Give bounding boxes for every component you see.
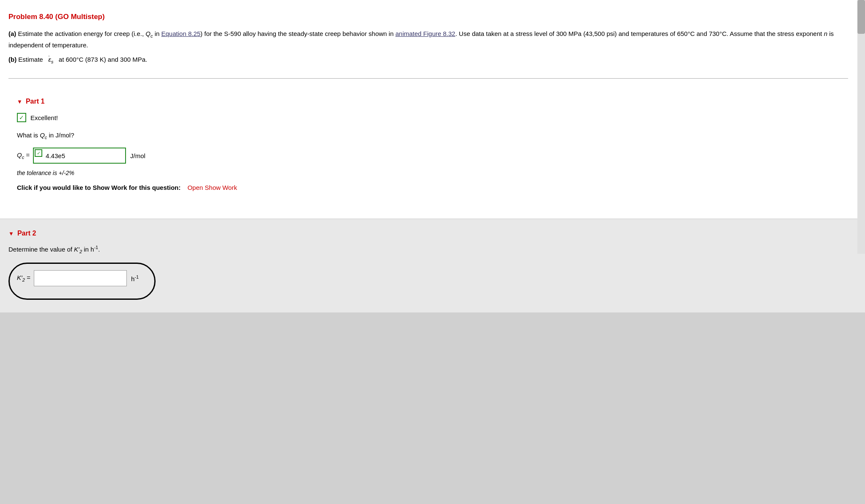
part2-question-text: Determine the value of K′2 in h-1. [8, 245, 848, 254]
part1-label: Part 1 [26, 98, 44, 105]
show-work-label: Click if you would like to Show Work for… [17, 184, 181, 191]
part2-input-wrapper [34, 270, 127, 286]
epsilon-symbol: ·εs [48, 55, 53, 66]
part1-section: ▼ Part 1 ✓ Excellent! What is Qc in J/mo… [8, 87, 848, 206]
part-a-text: (a) Estimate the activation energy for c… [8, 30, 834, 49]
page-container: Problem 8.40 (GO Multistep) (a) Estimate… [0, 0, 865, 504]
problem-section: Problem 8.40 (GO Multistep) (a) Estimate… [0, 0, 865, 219]
part2-section: ▼ Part 2 Determine the value of K′2 in h… [0, 219, 865, 312]
qc-label: Qc = [17, 151, 30, 160]
qc-unit: J/mol [130, 152, 145, 159]
collapse-icon[interactable]: ▼ [17, 99, 22, 105]
qc-input[interactable] [33, 148, 126, 164]
k2-unit: h-1 [131, 274, 139, 282]
check-icon: ✓ [17, 113, 26, 122]
section-divider [8, 78, 848, 79]
excellent-text: Excellent! [30, 114, 58, 121]
scrollbar[interactable] [857, 0, 865, 254]
part1-header: ▼ Part 1 [17, 98, 831, 105]
k2-label: K′2 = [17, 274, 30, 282]
part2-label: Part 2 [17, 230, 36, 237]
oval-wrapper: K′2 = h-1 [8, 263, 156, 300]
part2-input-row: K′2 = h-1 [17, 270, 139, 286]
figure-link[interactable]: animated Figure 8.32 [395, 30, 455, 37]
excellent-row: ✓ Excellent! [17, 113, 831, 122]
tolerance-text: the tolerance is +/-2% [17, 170, 831, 176]
part2-header: ▼ Part 2 [8, 230, 848, 237]
part1-input-wrapper: ✓ [33, 148, 126, 164]
equation-link[interactable]: Equation 8.25 [162, 30, 201, 37]
problem-text-a: (a) Estimate the activation energy for c… [8, 29, 848, 50]
problem-text-b: (b) Estimate ·εs at 600°C (873 K) and 30… [8, 55, 848, 66]
k2-input[interactable] [34, 270, 127, 286]
part1-input-row: Qc = ✓ J/mol [17, 148, 831, 164]
open-show-work-link[interactable]: Open Show Work [187, 184, 237, 191]
part1-question: What is Qc in J/mol? [17, 131, 831, 140]
scrollbar-thumb[interactable] [857, 0, 865, 34]
part2-collapse-icon[interactable]: ▼ [8, 230, 14, 237]
show-work-row: Click if you would like to Show Work for… [17, 184, 831, 191]
problem-title: Problem 8.40 (GO Multistep) [8, 13, 848, 21]
input-check-icon: ✓ [35, 149, 42, 157]
